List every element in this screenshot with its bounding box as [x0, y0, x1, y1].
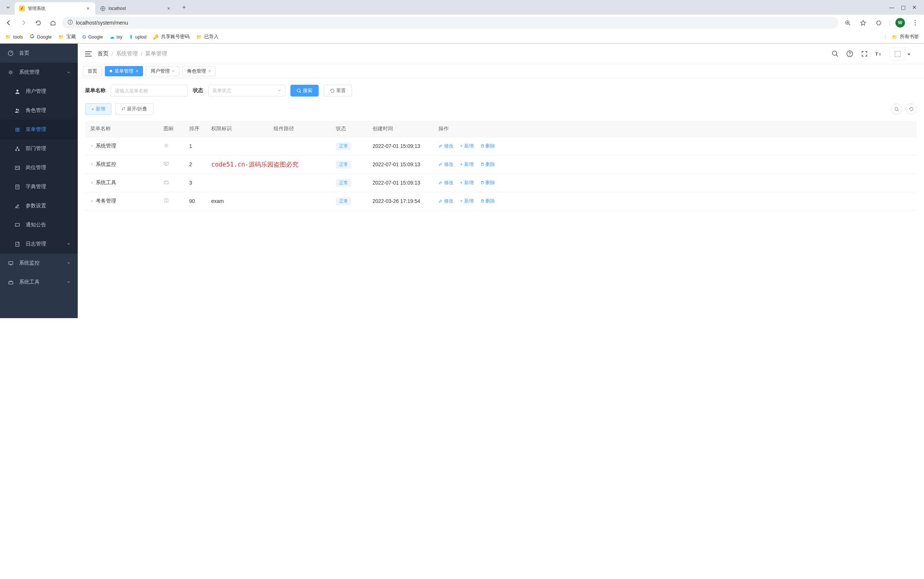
- bookmark-star-icon[interactable]: [858, 18, 868, 28]
- message-icon: [14, 222, 21, 228]
- tab-user-mgmt[interactable]: 用户管理×: [146, 66, 179, 76]
- toggle-search-button[interactable]: [891, 103, 902, 114]
- reset-button[interactable]: 重置: [324, 85, 352, 96]
- add-button[interactable]: + 新增: [85, 103, 111, 115]
- svg-rect-41: [85, 56, 92, 57]
- table-row: 考务管理 90 exam 正常 2022-03-26 17:19:54 修改 +…: [85, 192, 917, 210]
- sidebar-role-mgmt[interactable]: 角色管理: [0, 101, 78, 120]
- tab-home[interactable]: 首页: [83, 66, 102, 76]
- row-icon: [158, 192, 184, 210]
- new-tab-button[interactable]: +: [179, 2, 189, 13]
- svg-point-12: [10, 72, 12, 74]
- expand-collapse-button[interactable]: 展开/折叠: [115, 103, 154, 115]
- table-row: 系统工具 3 正常 2022-07-01 15:09:13 修改 + 新增 删除: [85, 173, 917, 192]
- reload-button[interactable]: [33, 18, 43, 28]
- sidebar-system-mgmt[interactable]: 系统管理: [0, 63, 78, 82]
- svg-point-7: [915, 22, 916, 23]
- add-action[interactable]: + 新增: [460, 162, 474, 167]
- sidebar-param-setting[interactable]: 参数设置: [0, 196, 78, 215]
- sidebar-log-mgmt[interactable]: 日志管理: [0, 234, 78, 254]
- bookmark-item[interactable]: 📁已导入: [196, 34, 218, 40]
- sidebar-dict-mgmt[interactable]: 字典管理: [0, 177, 78, 196]
- help-icon[interactable]: [846, 50, 854, 58]
- edit-action[interactable]: 修改: [438, 162, 453, 167]
- bookmark-item[interactable]: ☁txy: [110, 34, 122, 39]
- bookmark-item[interactable]: Google: [29, 34, 51, 40]
- close-icon[interactable]: ×: [172, 69, 174, 74]
- zoom-icon[interactable]: [843, 18, 853, 28]
- menu-dots-icon[interactable]: [910, 18, 920, 28]
- status-select[interactable]: 菜单状态: [208, 85, 285, 96]
- home-button[interactable]: [48, 18, 58, 28]
- maximize-button[interactable]: ▢: [901, 4, 906, 10]
- font-size-icon[interactable]: TT: [875, 50, 883, 58]
- tab-dropdown-button[interactable]: [3, 2, 13, 13]
- expand-row-icon[interactable]: [90, 198, 93, 204]
- browser-tab-1[interactable]: localhost ×: [95, 2, 176, 15]
- sidebar-system-tools[interactable]: 系统工具: [0, 273, 78, 292]
- edit-action[interactable]: 修改: [438, 143, 453, 149]
- all-bookmarks-button[interactable]: | 📁 所有书签: [885, 34, 919, 40]
- breadcrumb-item[interactable]: 系统管理: [116, 50, 138, 57]
- delete-action[interactable]: 删除: [480, 198, 495, 204]
- minimize-button[interactable]: —: [889, 4, 894, 10]
- delete-action[interactable]: 删除: [480, 143, 495, 149]
- add-action[interactable]: + 新增: [460, 180, 474, 185]
- svg-rect-33: [15, 223, 19, 226]
- sidebar-dept-mgmt[interactable]: 部门管理: [0, 139, 78, 158]
- close-icon[interactable]: ×: [85, 5, 91, 11]
- svg-point-14: [16, 109, 18, 110]
- upload-icon: ⬆: [129, 34, 133, 39]
- tab-menu-mgmt[interactable]: 菜单管理×: [105, 66, 143, 76]
- extensions-icon[interactable]: [873, 18, 884, 28]
- url-bar[interactable]: localhost/system/menu: [62, 17, 838, 29]
- delete-action[interactable]: 删除: [480, 162, 495, 167]
- tab-role-mgmt[interactable]: 角色管理×: [182, 66, 216, 76]
- delete-action[interactable]: 删除: [480, 180, 495, 185]
- sidebar-item-label: 通知公告: [26, 222, 70, 228]
- search-button[interactable]: 搜索: [290, 85, 319, 96]
- expand-row-icon[interactable]: [90, 180, 93, 185]
- sidebar-home[interactable]: 首页: [0, 44, 78, 63]
- status-badge: 正常: [336, 142, 351, 150]
- sidebar-menu-mgmt[interactable]: 菜单管理: [0, 120, 78, 139]
- close-window-button[interactable]: ✕: [912, 4, 917, 10]
- bookmark-item[interactable]: GGoogle: [83, 34, 103, 39]
- edit-action[interactable]: 修改: [438, 198, 453, 204]
- user-menu[interactable]: ▫: [890, 47, 906, 61]
- close-icon[interactable]: ×: [166, 5, 171, 11]
- profile-avatar[interactable]: W: [895, 18, 905, 28]
- breadcrumb: 首页 / 系统管理 / 菜单管理: [98, 50, 167, 57]
- bookmark-item[interactable]: ⬆uplod: [129, 34, 147, 39]
- collapse-sidebar-button[interactable]: [84, 50, 93, 58]
- fullscreen-icon[interactable]: [860, 50, 868, 58]
- edit-action[interactable]: 修改: [438, 180, 453, 185]
- sidebar-post-mgmt[interactable]: 岗位管理: [0, 158, 78, 177]
- site-info-icon[interactable]: [67, 20, 73, 26]
- sidebar-notice[interactable]: 通知公告: [0, 215, 78, 234]
- bookmark-item[interactable]: 📁tools: [5, 34, 23, 39]
- user-icon: [14, 88, 21, 95]
- breadcrumb-root[interactable]: 首页: [98, 50, 109, 57]
- tab-title: 管理系统: [28, 5, 82, 12]
- refresh-button[interactable]: [906, 103, 917, 114]
- sidebar-item-label: 系统管理: [19, 69, 62, 75]
- sidebar-user-mgmt[interactable]: 用户管理: [0, 82, 78, 101]
- browser-toolbar: localhost/system/menu | W: [0, 15, 924, 31]
- menu-name-input[interactable]: [111, 85, 188, 96]
- forward-button[interactable]: [18, 18, 29, 28]
- sidebar-system-monitor[interactable]: 系统监控: [0, 254, 78, 273]
- bookmark-item[interactable]: 📁宝藏: [58, 34, 76, 40]
- back-button[interactable]: [4, 18, 14, 28]
- close-icon[interactable]: ×: [208, 69, 211, 74]
- expand-row-icon[interactable]: [90, 161, 93, 167]
- app: 首页 系统管理 用户管理 角色管理 菜单管理 部门管理: [0, 44, 924, 318]
- watermark-text: code51.cn-源码乐园盗图必究: [211, 161, 298, 168]
- add-action[interactable]: + 新增: [460, 198, 474, 204]
- search-icon[interactable]: [831, 50, 839, 58]
- close-icon[interactable]: ×: [136, 69, 138, 74]
- bookmark-item[interactable]: 🔑共享账号密码: [153, 34, 189, 40]
- add-action[interactable]: + 新增: [460, 143, 474, 149]
- browser-tab-0[interactable]: 管理系统 ×: [15, 2, 95, 15]
- expand-row-icon[interactable]: [90, 143, 93, 149]
